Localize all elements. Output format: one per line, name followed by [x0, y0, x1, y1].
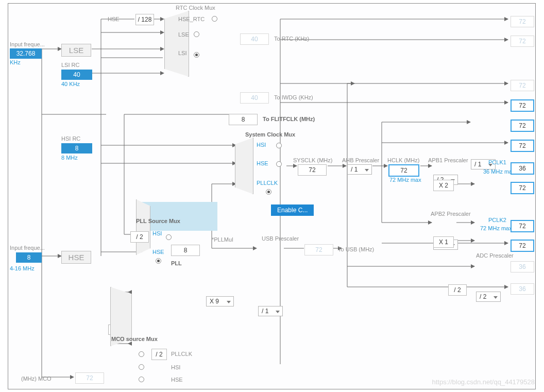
svg-marker-10: [504, 17, 508, 21]
svg-marker-20: [471, 238, 475, 243]
label-mco-pllclk: PLLCLK: [171, 351, 192, 357]
svg-marker-11: [504, 38, 508, 42]
label-pll-hse: HSE: [152, 249, 164, 255]
svg-marker-8: [428, 164, 432, 168]
bottom-div2: / 2: [448, 284, 467, 296]
out-r5: 72: [511, 120, 534, 132]
label-hsi-rc: HSI RC: [61, 135, 80, 142]
radio-mco-pllclk[interactable]: [139, 351, 144, 357]
radio-sys-hsi[interactable]: [276, 143, 282, 148]
svg-marker-23: [351, 81, 355, 86]
label-sysclk: SYSCLK (MHz): [293, 157, 332, 163]
svg-marker-30: [160, 17, 164, 21]
svg-marker-22: [467, 120, 471, 124]
out-r11: 36: [511, 261, 534, 272]
radio-mco-hsi[interactable]: [139, 364, 144, 370]
label-to-iwdg: To IWDG (KHz): [274, 94, 313, 100]
clock-config-canvas: RTC Clock Mux / 128 HSE HSE_RTC LSE LSI …: [8, 3, 536, 389]
out-r6: 72: [511, 140, 534, 152]
svg-marker-12: [504, 81, 508, 86]
label-khz: KHz: [10, 59, 21, 65]
svg-marker-7: [384, 164, 388, 168]
label-input-freq-hse: Input freque...: [10, 245, 45, 251]
mco-div2: / 2: [151, 349, 167, 360]
radio-pll-hsi[interactable]: [166, 234, 172, 240]
svg-marker-9: [428, 220, 432, 225]
radio-lsi[interactable]: [194, 52, 199, 58]
radio-lse[interactable]: [194, 31, 199, 37]
radio-sys-pllclk[interactable]: [266, 189, 271, 195]
label-sys-pllclk: PLLCLK: [257, 180, 278, 186]
label-adc: ADC Prescaler: [476, 252, 514, 259]
label-lsi-rc: LSI RC: [61, 62, 79, 68]
watermark: https://blog.csdn.net/qq_44179528: [432, 378, 535, 386]
label-40khz: 40 KHz: [61, 81, 80, 87]
x2-box: X 2: [433, 180, 454, 191]
radio-hse-rtc[interactable]: [212, 16, 217, 22]
label-hse-to-128: HSE: [108, 16, 120, 22]
svg-marker-31: [160, 30, 164, 35]
label-apb2: APB2 Prescaler: [431, 211, 471, 217]
label-pclk1: PCLK1: [488, 159, 506, 165]
hse-box: HSE: [61, 251, 91, 264]
svg-marker-24: [128, 342, 132, 346]
label-to-flitf: To FLITFCLK (MHz): [263, 116, 315, 122]
out-r4: 72: [511, 99, 534, 112]
pll-input[interactable]: 8: [171, 245, 200, 256]
label-to-usb: To USB (MHz): [338, 246, 374, 252]
hsi-8: 8: [61, 143, 92, 154]
svg-marker-18: [471, 182, 475, 186]
label-mhz-mco: (MHz) MCO: [21, 376, 52, 382]
radio-mco-hse[interactable]: [139, 377, 144, 382]
svg-marker-15: [504, 241, 508, 245]
label-input-freq-lse: Input freque...: [10, 41, 45, 47]
svg-marker-32: [160, 47, 164, 51]
svg-marker-14: [504, 141, 508, 145]
label-lsi: LSI: [178, 50, 187, 56]
label-pclk2: PCLK2: [488, 217, 506, 223]
select-adc[interactable]: / 2: [476, 292, 501, 302]
label-apb1: APB1 Prescaler: [428, 157, 468, 163]
pll-div2: / 2: [130, 231, 149, 243]
label-pll-hsi: HSI: [152, 230, 162, 236]
label-sys-hsi: HSI: [257, 142, 266, 148]
pll-source-mux: [136, 199, 150, 255]
svg-marker-21: [471, 264, 475, 268]
select-ahb[interactable]: / 1: [347, 164, 372, 175]
out-r1: 72: [511, 16, 534, 27]
lsi-40: 40: [61, 70, 92, 80]
input-lse[interactable]: 32.768: [10, 48, 42, 59]
label-usb-pre: USB Prescaler: [262, 235, 299, 242]
radio-pll-hse[interactable]: [156, 258, 161, 264]
svg-marker-19: [471, 220, 475, 225]
select-pllmul[interactable]: X 9: [206, 296, 234, 306]
hclk-val[interactable]: 72: [388, 164, 419, 177]
label-lse: LSE: [178, 31, 189, 38]
svg-marker-28: [70, 375, 74, 379]
out-r12: 36: [511, 283, 534, 295]
svg-marker-29: [253, 246, 257, 250]
label-mco-hsi: HSI: [171, 364, 180, 370]
iwdg-out: 40: [240, 92, 269, 104]
svg-marker-16: [504, 285, 508, 289]
label-hclk: HCLK (MHz): [387, 157, 419, 163]
select-usb[interactable]: / 1: [258, 306, 283, 316]
out-r10: 72: [511, 240, 534, 252]
label-72max: 72 MHz max: [389, 177, 421, 183]
out-r8: 72: [511, 182, 534, 194]
label-rtc-mux: RTC Clock Mux: [176, 5, 215, 11]
label-mco-hse: HSE: [171, 377, 183, 383]
flitfclk-out: 8: [229, 114, 258, 125]
button-enable-css[interactable]: Enable C...: [271, 204, 314, 216]
input-hse[interactable]: 8: [16, 252, 42, 263]
radio-sys-hse[interactable]: [276, 161, 282, 167]
usb-out: 72: [304, 244, 333, 255]
lse-box: LSE: [61, 44, 91, 57]
label-pll: PLL: [171, 260, 182, 266]
sys-clock-mux: [235, 138, 253, 194]
out-r7-pclk1: 36: [511, 162, 534, 175]
div128-box: / 128: [135, 14, 154, 25]
label-hse-rtc: HSE_RTC: [178, 16, 205, 22]
pll-area-highlight: [141, 202, 217, 231]
sysclk-val[interactable]: 72: [298, 164, 327, 176]
